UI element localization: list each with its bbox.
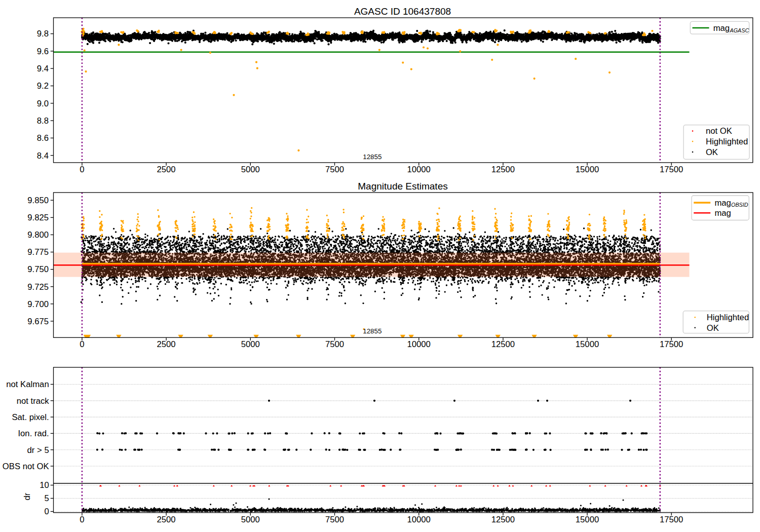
svg-text:17500: 17500 <box>660 165 683 174</box>
svg-text:9.725: 9.725 <box>27 282 49 292</box>
svg-text:Ion. rad.: Ion. rad. <box>18 429 49 438</box>
svg-text:8.6: 8.6 <box>37 133 49 143</box>
svg-text:9.0: 9.0 <box>37 99 49 108</box>
svg-text:5000: 5000 <box>241 515 260 524</box>
svg-text:Sat. pixel.: Sat. pixel. <box>12 412 49 422</box>
svg-text:10000: 10000 <box>407 515 430 524</box>
svg-text:9.750: 9.750 <box>27 264 49 274</box>
svg-text:mag: mag <box>714 198 731 208</box>
svg-text:5000: 5000 <box>241 339 260 349</box>
svg-text:12855: 12855 <box>363 153 382 161</box>
svg-text:mag: mag <box>714 208 731 218</box>
svg-text:10: 10 <box>40 480 49 490</box>
svg-text:OK: OK <box>706 147 718 157</box>
svg-text:17500: 17500 <box>660 515 683 524</box>
svg-text:5000: 5000 <box>241 165 260 174</box>
svg-text:not track: not track <box>17 396 50 406</box>
svg-text:9.800: 9.800 <box>27 230 49 240</box>
svg-text:dr > 5: dr > 5 <box>27 445 49 455</box>
svg-text:17500: 17500 <box>660 339 683 349</box>
svg-text:7500: 7500 <box>325 339 344 349</box>
svg-text:2500: 2500 <box>157 165 176 174</box>
svg-text:10000: 10000 <box>407 339 430 349</box>
svg-text:OBSID: OBSID <box>731 202 748 208</box>
svg-text:9.775: 9.775 <box>27 247 49 257</box>
svg-text:9.675: 9.675 <box>27 317 49 326</box>
svg-text:15000: 15000 <box>576 515 599 524</box>
svg-text:7500: 7500 <box>325 515 344 524</box>
svg-text:0: 0 <box>80 515 84 524</box>
svg-text:15000: 15000 <box>576 165 599 174</box>
svg-text:9.8: 9.8 <box>37 29 49 39</box>
svg-text:OBS not OK: OBS not OK <box>3 462 49 471</box>
svg-text:AGASC: AGASC <box>730 27 749 33</box>
svg-text:7500: 7500 <box>325 165 344 174</box>
svg-text:8.4: 8.4 <box>37 151 49 161</box>
svg-text:2500: 2500 <box>157 515 176 524</box>
svg-text:12500: 12500 <box>491 165 515 174</box>
svg-text:Magnitude Estimates: Magnitude Estimates <box>358 181 447 192</box>
svg-text:12500: 12500 <box>491 339 515 349</box>
svg-text:AGASC ID 106437808: AGASC ID 106437808 <box>354 6 451 17</box>
svg-text:dr: dr <box>22 492 32 500</box>
svg-text:5: 5 <box>44 493 49 503</box>
svg-text:9.4: 9.4 <box>37 64 49 73</box>
svg-text:9.825: 9.825 <box>27 213 49 222</box>
svg-text:mag: mag <box>713 23 730 33</box>
svg-text:0: 0 <box>80 165 84 174</box>
svg-text:Highlighted: Highlighted <box>707 313 749 322</box>
svg-text:0: 0 <box>44 507 49 516</box>
svg-text:9.6: 9.6 <box>37 47 49 56</box>
svg-text:12855: 12855 <box>363 327 382 335</box>
svg-text:9.2: 9.2 <box>37 81 49 91</box>
svg-text:12500: 12500 <box>491 515 515 524</box>
svg-text:8.8: 8.8 <box>37 116 49 126</box>
svg-text:OK: OK <box>707 323 719 333</box>
svg-text:2500: 2500 <box>157 339 176 349</box>
svg-text:9.850: 9.850 <box>27 196 49 205</box>
svg-text:Highlighted: Highlighted <box>706 137 748 146</box>
svg-text:not Kalman: not Kalman <box>6 379 49 389</box>
svg-text:9.700: 9.700 <box>27 299 49 309</box>
svg-text:not OK: not OK <box>706 126 732 136</box>
svg-text:0: 0 <box>80 339 84 349</box>
svg-text:10000: 10000 <box>407 165 430 174</box>
svg-text:15000: 15000 <box>576 339 599 349</box>
